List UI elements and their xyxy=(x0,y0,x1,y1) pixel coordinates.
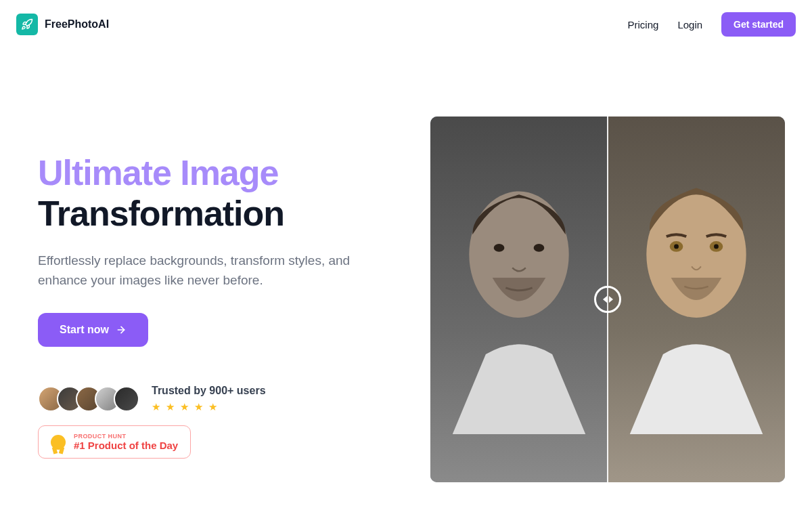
hero-subtitle: Effortlessly replace backgrounds, transf… xyxy=(38,251,390,291)
chevron-left-icon xyxy=(603,296,607,303)
header: FreePhotoAI Pricing Login Get started xyxy=(0,0,812,49)
social-proof: Trusted by 900+ users ★ ★ ★ ★ ★ xyxy=(38,385,403,413)
hero-title-line2: Transformation xyxy=(38,194,284,233)
star-rating: ★ ★ ★ ★ ★ xyxy=(152,401,266,413)
compare-handle[interactable] xyxy=(594,286,621,313)
hero-section: Ultimate Image Transformation Effortless… xyxy=(0,49,812,482)
svg-point-2 xyxy=(494,244,505,252)
brand-name: FreePhotoAI xyxy=(45,18,109,30)
star-icon: ★ xyxy=(180,401,189,413)
compare-after xyxy=(608,117,785,482)
product-hunt-badge[interactable]: PRODUCT HUNT #1 Product of the Day xyxy=(38,425,191,459)
arrow-right-icon xyxy=(116,324,127,335)
star-icon: ★ xyxy=(208,401,217,413)
ph-text: PRODUCT HUNT #1 Product of the Day xyxy=(74,433,178,451)
main-nav: Pricing Login Get started xyxy=(628,12,796,37)
hero-title-line1: Ultimate Image xyxy=(38,153,278,192)
start-now-label: Start now xyxy=(60,324,109,336)
face-before-icon xyxy=(453,146,586,457)
nav-login[interactable]: Login xyxy=(677,19,702,30)
logo[interactable]: FreePhotoAI xyxy=(16,14,109,35)
chevron-right-icon xyxy=(609,296,613,303)
get-started-button[interactable]: Get started xyxy=(721,12,796,37)
avatar-stack xyxy=(38,386,139,412)
compare-image-slider[interactable] xyxy=(430,117,785,482)
star-icon: ★ xyxy=(152,401,160,413)
ph-label: PRODUCT HUNT xyxy=(74,433,178,440)
svg-point-7 xyxy=(674,245,679,249)
star-icon: ★ xyxy=(166,401,175,413)
compare-before xyxy=(430,117,608,482)
trusted-text: Trusted by 900+ users xyxy=(152,385,266,397)
proof-text: Trusted by 900+ users ★ ★ ★ ★ ★ xyxy=(152,385,266,413)
ph-title: #1 Product of the Day xyxy=(74,440,178,451)
hero-title: Ultimate Image Transformation xyxy=(38,153,403,234)
svg-point-3 xyxy=(534,244,545,252)
svg-point-8 xyxy=(714,245,719,249)
medal-icon xyxy=(51,435,66,450)
star-icon: ★ xyxy=(194,401,203,413)
avatar xyxy=(114,386,139,412)
rocket-icon xyxy=(16,14,38,35)
nav-pricing[interactable]: Pricing xyxy=(628,19,659,30)
hero-content: Ultimate Image Transformation Effortless… xyxy=(38,117,403,482)
start-now-button[interactable]: Start now xyxy=(38,313,148,347)
face-after-icon xyxy=(630,146,763,457)
